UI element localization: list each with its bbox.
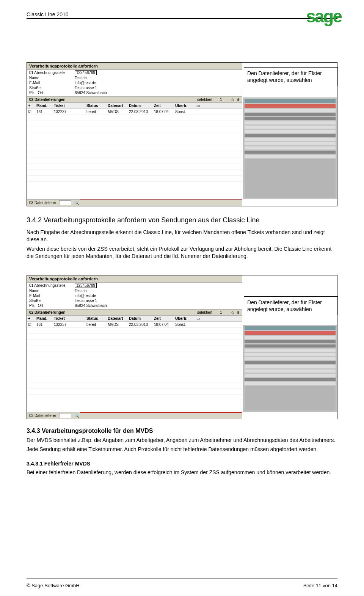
col-status[interactable]: Status [85, 103, 107, 109]
connector-line-v [242, 318, 242, 412]
row-uebertr: Sonst. [174, 322, 195, 327]
col-datenart[interactable]: Datenart [107, 103, 128, 109]
para-343-1: Der MVDS beinhaltet z.Bsp. die Angaben z… [27, 437, 337, 444]
row-mand: 161 [35, 322, 53, 327]
section2-label: 02 Datenlieferungen [29, 97, 197, 102]
label-email: E-Mail [29, 294, 75, 298]
row-datenart: MVDS [107, 109, 128, 115]
value-plzort: 65824 Schwalbach [75, 304, 240, 308]
value-name: Testlab [75, 76, 240, 80]
col-mand[interactable]: Mand. [35, 316, 53, 321]
row-status: bereit [85, 322, 107, 327]
trash-icon[interactable] [237, 97, 240, 102]
section3-label: 03 Datenlieferer [29, 201, 56, 205]
value-strasse: Teststrasse 1 [75, 86, 240, 90]
col-datum[interactable]: Datum [128, 103, 153, 109]
side-panel [243, 325, 337, 412]
label-name: Name [29, 76, 75, 80]
table-header: Mand. Ticket Status Datenart Datum Zeit … [27, 103, 242, 109]
col-zeit[interactable]: Zeit [153, 103, 174, 109]
para-342-2: Wurden diese bereits von der ZSS verarbe… [27, 245, 337, 260]
check-icon[interactable]: ☑ [28, 322, 31, 327]
row-status: bereit [85, 109, 107, 115]
search-icon[interactable]: 🔍 [74, 414, 79, 418]
value-email: info@test.de [75, 294, 240, 298]
connector-line [80, 200, 242, 200]
note-icon[interactable] [196, 104, 200, 108]
selektiert-count: 1 [220, 97, 231, 102]
verarbeitung-form-1: Verarbeitungsprotokolle anfordern 01 Abr… [27, 62, 337, 206]
col-mand[interactable]: Mand. [35, 103, 53, 109]
value-strasse: Teststrasse 1 [75, 299, 240, 303]
row-zeit: 18:07:04 [153, 109, 174, 115]
diamond-icon[interactable] [231, 310, 234, 315]
label-strasse: Straße [29, 86, 75, 90]
label-name: Name [29, 289, 75, 293]
para-342-1: Nach Eingabe der Abrechnungsstelle erken… [27, 229, 337, 243]
datenlieferer-input[interactable] [59, 413, 71, 418]
col-uebertr[interactable]: Übertr. [174, 103, 195, 109]
table-row[interactable]: ☑ 161 132237 bereit MVDS 22.03.2010 18:0… [27, 322, 242, 328]
row-datum: 22.03.2010 [128, 322, 153, 327]
section2-label: 02 Datenlieferungen [29, 310, 197, 315]
form-title: Verarbeitungsprotokolle anfordern [27, 275, 242, 283]
callout-1: Den Datenlieferer, der für Elster angele… [244, 67, 338, 86]
row-datum: 22.03.2010 [128, 109, 153, 115]
label-abrech: 01 Abrechnungsstelle [29, 283, 75, 288]
plus-icon[interactable] [28, 316, 30, 321]
footer-rule [27, 579, 337, 579]
sage-logo: sage [306, 6, 341, 27]
selektiert-label: selektiert [197, 97, 220, 102]
row-zeit: 18:07:04 [153, 322, 174, 327]
row-uebertr: Sonst. [174, 109, 195, 115]
datenlieferer-input[interactable] [59, 200, 71, 205]
value-email: info@test.de [75, 81, 240, 85]
label-plzort: Plz - Ort [29, 304, 75, 308]
connector-line [80, 412, 242, 413]
form-title: Verarbeitungsprotokolle anfordern [27, 63, 242, 70]
plus-icon[interactable] [28, 104, 30, 108]
label-email: E-Mail [29, 81, 75, 85]
row-ticket: 132237 [53, 322, 85, 327]
row-mand: 161 [35, 109, 53, 115]
connector-line-v [242, 90, 242, 200]
heading-342: 3.4.2 Verarbeitungsprotokolle anfordern … [27, 216, 337, 224]
heading-343: 3.4.3 Verarbeitungsprotokolle für den MV… [27, 428, 337, 434]
value-abrech[interactable]: 123456789 [75, 283, 97, 288]
row-datenart: MVDS [107, 322, 128, 327]
label-plzort: Plz - Ort [29, 91, 75, 95]
col-zeit[interactable]: Zeit [153, 316, 174, 321]
value-name: Testlab [75, 289, 240, 293]
footer-left: © Sage Software GmbH [27, 583, 80, 588]
search-icon[interactable]: 🔍 [74, 201, 79, 205]
col-datenart[interactable]: Datenart [107, 316, 128, 321]
check-icon[interactable]: ☑ [28, 110, 31, 114]
value-plzort: 65824 Schwalbach [75, 91, 240, 95]
note-icon[interactable] [196, 316, 200, 321]
col-uebertr[interactable]: Übertr. [174, 316, 195, 321]
value-abrech[interactable]: 123456789 [75, 70, 97, 75]
label-strasse: Straße [29, 299, 75, 303]
col-datum[interactable]: Datum [128, 316, 153, 321]
col-ticket[interactable]: Ticket [53, 103, 85, 109]
section3-label: 03 Datenlieferer [29, 414, 56, 418]
side-panel [243, 97, 337, 199]
verarbeitung-form-2: Verarbeitungsprotokolle anfordern 01 Abr… [27, 275, 337, 419]
top-rule [27, 18, 337, 19]
callout-2: Den Datenlieferer, der für Elster angele… [244, 296, 338, 315]
footer-right: Seite 11 von 14 [303, 583, 337, 588]
product-line: Classic Line 2010 [27, 11, 337, 17]
label-abrech: 01 Abrechnungsstelle [29, 71, 75, 75]
table-header: Mand. Ticket Status Datenart Datum Zeit … [27, 316, 242, 322]
trash-icon[interactable] [237, 310, 240, 315]
para-343-2: Jede Sendung erhält eine Ticketnummer. A… [27, 446, 337, 453]
col-status[interactable]: Status [85, 316, 107, 321]
selektiert-label: selektiert [197, 310, 220, 315]
selektiert-count: 1 [220, 310, 231, 315]
para-3431-1: Bei einer fehlerfreien Datenlieferung, w… [27, 469, 337, 476]
col-ticket[interactable]: Ticket [53, 316, 85, 321]
diamond-icon[interactable] [231, 97, 234, 102]
heading-3431: 3.4.3.1 Fehlerfreier MVDS [27, 461, 337, 467]
table-row[interactable]: ☑ 161 132237 bereit MVDS 22.03.2010 18:0… [27, 109, 242, 115]
row-ticket: 132237 [53, 109, 85, 115]
